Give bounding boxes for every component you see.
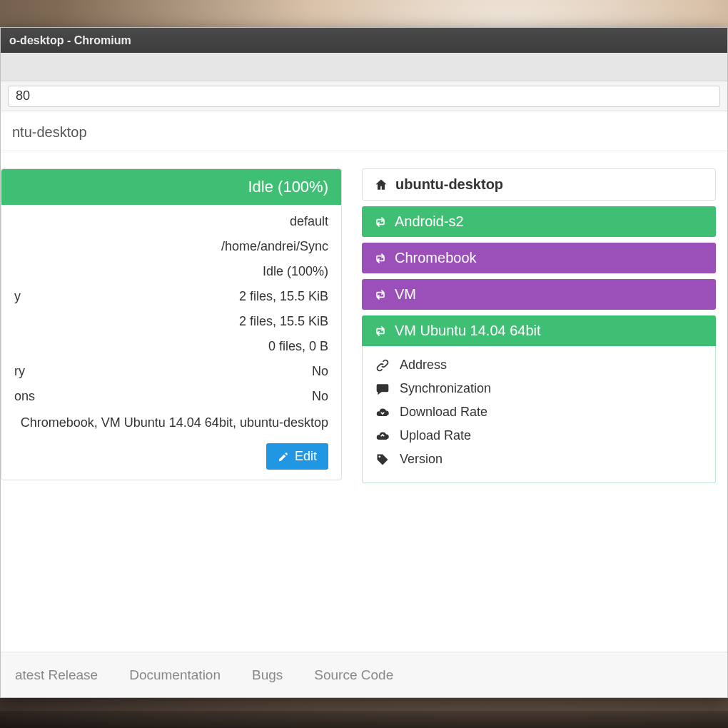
- device-label: Android-s2: [395, 213, 464, 230]
- retweet-icon: [373, 251, 388, 266]
- window-title: o-desktop - Chromium: [9, 34, 131, 47]
- device-detail-address: Address: [375, 353, 702, 377]
- device-detail-sync: Synchronization: [375, 377, 702, 400]
- retweet-icon: [373, 288, 388, 302]
- folder-row: 2 files, 15.5 KiB: [14, 309, 328, 334]
- device-item-vm-ubuntu[interactable]: VM Ubuntu 14.04 64bit: [362, 315, 716, 346]
- footer-link-source[interactable]: Source Code: [314, 667, 393, 683]
- edit-button-label: Edit: [295, 449, 317, 464]
- detail-label: Synchronization: [400, 381, 491, 396]
- desktop-dock[interactable]: [0, 711, 728, 728]
- address-bar[interactable]: [8, 86, 720, 107]
- folder-row: 0 files, 0 B: [14, 334, 328, 359]
- device-this-label: ubuntu-desktop: [395, 176, 503, 193]
- folder-panel-body: default /home/andrei/Sync Idle (100%) y2…: [1, 205, 341, 480]
- folder-row: /home/andrei/Sync: [14, 234, 328, 259]
- device-details: Address Synchronization Download Rate Up…: [362, 346, 716, 483]
- device-item-vm[interactable]: VM: [362, 279, 716, 310]
- footer: atest Release Documentation Bugs Source …: [1, 652, 727, 697]
- folder-row: onsNo: [14, 384, 328, 409]
- folder-panel: Idle (100%) default /home/andrei/Sync Id…: [1, 168, 342, 480]
- home-icon: [374, 178, 388, 192]
- breadcrumb: ntu-desktop: [1, 111, 727, 151]
- folder-actions: Edit: [14, 436, 328, 470]
- footer-link-release[interactable]: atest Release: [15, 667, 98, 683]
- browser-window: o-desktop - Chromium ntu-desktop Idle (1…: [0, 27, 728, 698]
- folder-row: ryNo: [14, 359, 328, 384]
- retweet-icon: [373, 215, 388, 229]
- browser-toolbar: [1, 81, 727, 111]
- folder-panel-header[interactable]: Idle (100%): [1, 169, 341, 205]
- device-detail-upload: Upload Rate: [375, 424, 702, 448]
- devices-column: ubuntu-desktop Android-s2 Chromebook VM: [362, 168, 716, 652]
- pencil-icon: [278, 451, 289, 462]
- device-item-chromebook[interactable]: Chromebook: [362, 243, 716, 273]
- retweet-icon: [373, 324, 388, 338]
- device-this: ubuntu-desktop: [362, 168, 716, 201]
- detail-label: Version: [400, 452, 443, 467]
- footer-link-bugs[interactable]: Bugs: [252, 667, 283, 683]
- device-item-android-s2[interactable]: Android-s2: [362, 206, 716, 237]
- detail-label: Upload Rate: [400, 428, 471, 443]
- tag-icon: [375, 453, 390, 467]
- device-detail-download: Download Rate: [375, 400, 702, 424]
- folder-status-text: Idle (100%): [248, 178, 328, 196]
- device-detail-version: Version: [375, 448, 702, 471]
- device-label: VM: [395, 286, 416, 303]
- folder-row: default: [14, 209, 328, 234]
- device-list: ubuntu-desktop Android-s2 Chromebook VM: [362, 168, 716, 483]
- window-titlebar: o-desktop - Chromium: [1, 28, 727, 53]
- comment-icon: [375, 382, 390, 396]
- folder-row: y2 files, 15.5 KiB: [14, 284, 328, 309]
- edit-button[interactable]: Edit: [266, 443, 328, 470]
- detail-label: Download Rate: [400, 405, 487, 420]
- link-icon: [375, 358, 390, 373]
- device-label: Chromebook: [395, 250, 477, 266]
- cloud-upload-icon: [375, 429, 390, 443]
- detail-label: Address: [400, 358, 447, 373]
- main-content: Idle (100%) default /home/andrei/Sync Id…: [1, 151, 727, 652]
- cloud-download-icon: [375, 405, 390, 420]
- device-label: VM Ubuntu 14.04 64bit: [395, 323, 541, 339]
- browser-tabstrip[interactable]: [1, 53, 727, 81]
- folder-panel-column: Idle (100%) default /home/andrei/Sync Id…: [1, 168, 342, 652]
- folder-row: Chromebook, VM Ubuntu 14.04 64bit, ubunt…: [14, 409, 328, 436]
- footer-link-docs[interactable]: Documentation: [129, 667, 221, 683]
- breadcrumb-text: ntu-desktop: [12, 124, 87, 140]
- folder-row: Idle (100%): [14, 259, 328, 284]
